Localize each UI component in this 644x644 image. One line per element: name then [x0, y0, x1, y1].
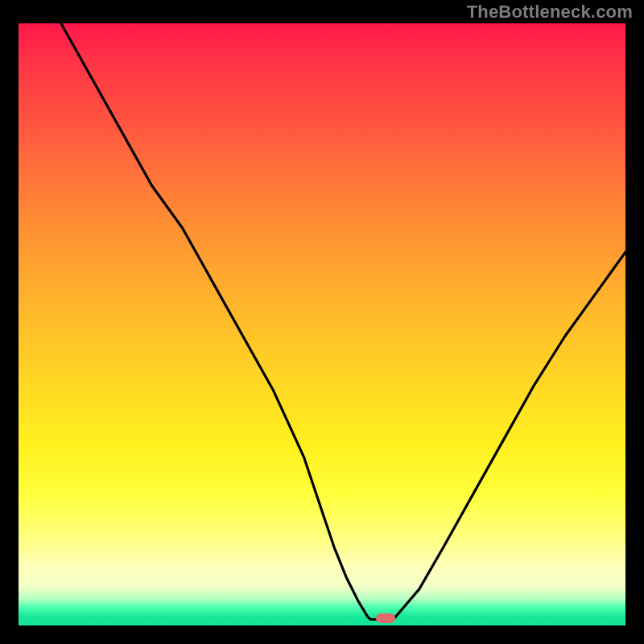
watermark-text: TheBottleneck.com — [467, 2, 633, 23]
plot-area — [19, 23, 625, 625]
optimal-point-marker — [376, 613, 395, 623]
bottleneck-curve — [19, 23, 625, 625]
chart-container: TheBottleneck.com — [0, 0, 644, 644]
